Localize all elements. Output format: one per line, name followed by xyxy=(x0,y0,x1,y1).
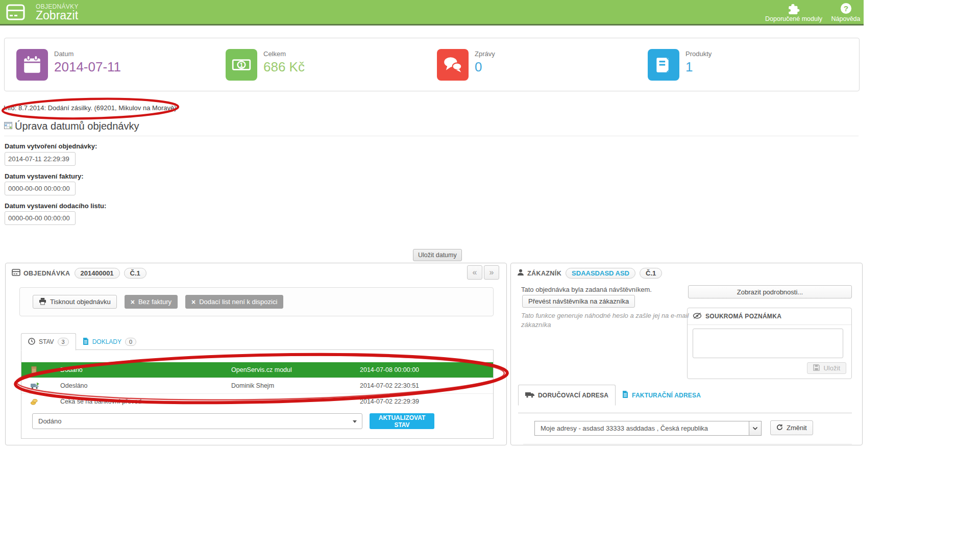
customer-panel: ZÁKAZNÍK SDAASDASD ASD Č.1 Tato objednáv… xyxy=(510,263,863,445)
tab-delivery-address[interactable]: DORUČOVACÍ ADRESA xyxy=(518,385,616,406)
status-name: Dodáno xyxy=(60,366,231,373)
orders-icon xyxy=(6,4,25,22)
next-icon: » xyxy=(489,268,494,277)
next-order-button[interactable]: » xyxy=(484,265,499,280)
help-icon: ? xyxy=(828,3,864,14)
clock-icon xyxy=(28,338,35,346)
customer-panel-title: ZÁKAZNÍK xyxy=(517,269,561,278)
status-agent: OpenServis.cz modul xyxy=(231,366,360,373)
package-icon xyxy=(21,366,60,374)
no-invoice-button[interactable]: × Bez faktury xyxy=(125,295,178,309)
truck-icon xyxy=(525,391,534,399)
help-button[interactable]: ? Nápověda xyxy=(828,3,864,22)
order-sequence-badge: Č.1 xyxy=(124,268,146,279)
private-note-panel: SOUKROMÁ POZNÁMKA Uložit xyxy=(687,308,852,379)
order-number-badge: 201400001 xyxy=(75,268,120,279)
status-name: Odesláno xyxy=(60,382,231,389)
kpi-value: 2014-07-11 xyxy=(54,59,121,75)
invoice-date-label: Datum vystavení faktury: xyxy=(5,172,84,180)
person-icon xyxy=(517,269,524,278)
order-actions-well: Tisknout objednávku × Bez faktury × Doda… xyxy=(19,287,494,316)
status-row-awaiting-payment[interactable]: Čeká se na bankovní převod 2014-07-02 22… xyxy=(21,393,493,409)
date-section-heading: Úprava datumů objednávky xyxy=(4,120,139,132)
status-agent: Dominik Shejm xyxy=(231,382,360,389)
chat-icon xyxy=(437,49,469,81)
tab-status[interactable]: STAV 3 xyxy=(21,333,76,350)
delivery-date-label: Datum vystavení dodacího listu: xyxy=(5,202,106,210)
page-title: Zobrazit xyxy=(36,9,78,22)
tab-documents[interactable]: DOKLADY 0 xyxy=(76,334,143,350)
address-select-value: Moje adresy - asdasd 33333 asddadas , Če… xyxy=(541,424,708,432)
divider xyxy=(523,444,852,444)
previous-icon: « xyxy=(473,268,477,277)
kpi-date: Datum 2014-07-11 xyxy=(16,49,121,81)
address-select[interactable]: Moje adresy - asdasd 33333 asddadas , Če… xyxy=(534,421,762,436)
document-icon xyxy=(622,391,628,399)
kpi-products: Produkty 1 xyxy=(648,49,712,81)
order-panel-title: OBJEDNÁVKA xyxy=(12,269,70,278)
x-icon: × xyxy=(191,298,195,306)
kpi-panel: Datum 2014-07-11 1 Celkem 686 Kč Zprávy … xyxy=(4,38,860,91)
status-select[interactable]: Dodáno xyxy=(32,413,362,429)
refresh-icon xyxy=(776,424,783,432)
status-date: 2014-07-08 00:00:00 xyxy=(360,366,493,373)
status-select-value: Dodáno xyxy=(38,417,62,425)
banknote-icon: 1 xyxy=(226,49,257,81)
kpi-value: 1 xyxy=(685,59,712,75)
status-history-table: Dodáno OpenServis.cz modul 2014-07-08 00… xyxy=(21,362,493,409)
help-label: Nápověda xyxy=(828,15,864,22)
kpi-label: Datum xyxy=(54,50,121,58)
svg-text:?: ? xyxy=(843,4,848,13)
chevron-down-icon xyxy=(749,421,761,435)
order-created-label: Datum vytvoření objednávky: xyxy=(5,142,97,150)
truck-shipped-icon xyxy=(21,382,60,389)
kpi-label: Zprávy xyxy=(475,50,495,58)
update-status-button[interactable]: AKTUALIZOVAT STAV xyxy=(370,413,434,429)
order-panel: OBJEDNÁVKA 201400001 Č.1 « » Tisknout ob… xyxy=(5,263,507,445)
floppy-icon xyxy=(813,364,820,372)
calendar-icon xyxy=(16,49,48,81)
order-created-input[interactable] xyxy=(5,152,76,166)
date-section-title: Úprava datumů objednávky xyxy=(15,120,139,132)
customer-sequence-badge: Č.1 xyxy=(640,268,662,279)
svg-text:1: 1 xyxy=(239,62,243,69)
kpi-label: Celkem xyxy=(263,50,305,58)
tab-invoice-address[interactable]: FAKTURAČNÍ ADRESA xyxy=(616,385,707,405)
status-row-delivered[interactable]: Dodáno OpenServis.cz modul 2014-07-08 00… xyxy=(21,362,493,378)
puzzle-icon xyxy=(760,3,828,14)
save-dates-button[interactable]: Uložit datumy xyxy=(413,249,462,261)
status-date: 2014-07-02 22:30:51 xyxy=(360,382,493,389)
customer-name-badge[interactable]: SDAASDASD ASD xyxy=(566,268,635,279)
document-icon xyxy=(83,338,89,346)
save-note-button: Uložit xyxy=(807,362,846,374)
delivery-date-input[interactable] xyxy=(5,211,76,225)
chevron-down-icon xyxy=(353,420,357,423)
status-count-badge: 3 xyxy=(58,338,69,346)
change-address-button[interactable]: Změnit xyxy=(770,420,813,435)
previous-order-button[interactable]: « xyxy=(467,265,482,280)
kpi-total: 1 Celkem 686 Kč xyxy=(226,49,305,81)
status-name: Čeká se na bankovní převod xyxy=(60,398,231,405)
status-tab-content: Dodáno OpenServis.cz modul 2014-07-08 00… xyxy=(21,349,494,439)
kpi-value: 686 Kč xyxy=(263,59,305,75)
private-note-title: SOUKROMÁ POZNÁMKA xyxy=(705,313,781,320)
convert-guest-button[interactable]: Převést návštěvníka na zákazníka xyxy=(522,295,635,308)
page-header: OBJEDNÁVKY Zobrazit Doporučené moduly ? … xyxy=(0,0,864,26)
x-icon: × xyxy=(131,298,135,306)
tabs-divider xyxy=(518,413,852,413)
divider xyxy=(4,136,859,136)
recommended-modules-button[interactable]: Doporučené moduly xyxy=(760,3,828,22)
invoice-date-input[interactable] xyxy=(5,182,76,195)
guest-order-text: Tato objednávka byla zadaná návštěvníkem… xyxy=(521,286,652,293)
printer-icon xyxy=(39,297,46,307)
private-note-textarea[interactable] xyxy=(693,329,843,358)
recommended-modules-label: Doporučené moduly xyxy=(760,15,828,22)
documents-count-badge: 0 xyxy=(125,338,136,346)
print-order-button[interactable]: Tisknout objednávku xyxy=(33,295,117,309)
no-delivery-slip-button[interactable]: × Dodací list není k dispozici xyxy=(185,295,283,309)
status-row-shipped[interactable]: Odesláno Dominik Shejm 2014-07-02 22:30:… xyxy=(21,378,493,393)
eye-slash-icon xyxy=(693,313,702,320)
kpi-messages: Zprávy 0 xyxy=(437,49,495,81)
show-details-button[interactable]: Zobrazit podrobnosti... xyxy=(688,285,852,298)
order-detail-page: OBJEDNÁVKY Zobrazit Doporučené moduly ? … xyxy=(0,0,980,551)
